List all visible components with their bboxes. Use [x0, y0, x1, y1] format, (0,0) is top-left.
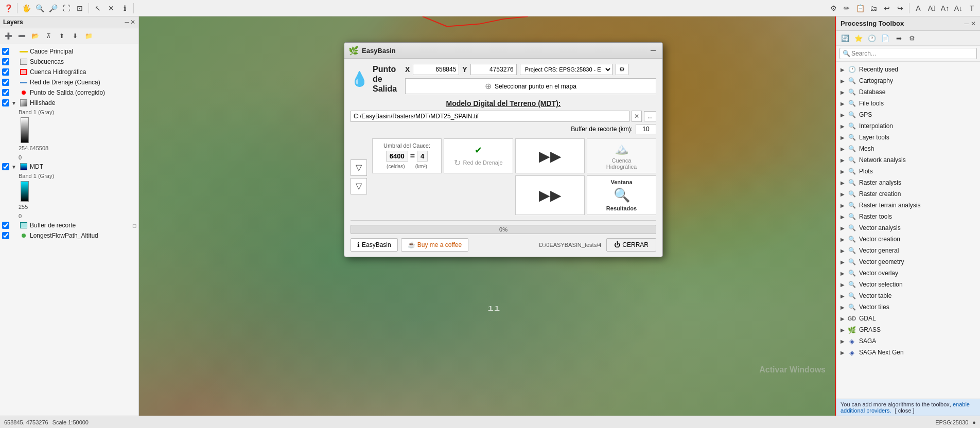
- layers-close-icon[interactable]: ✕: [130, 19, 135, 26]
- toolbox-item-network-analysis[interactable]: ▶ 🔍 Network analysis: [836, 154, 980, 166]
- easybasin-footer-btn[interactable]: ℹ EasyBasin: [351, 238, 398, 252]
- toolbox-close-icon[interactable]: ✕: [971, 20, 976, 27]
- toolbox-bottom-close[interactable]: [ close ]: [895, 407, 915, 414]
- toolbox-item-vector-overlay[interactable]: ▶ 🔍 Vector overlay: [836, 268, 980, 279]
- layer-item-subcuencas[interactable]: Subcuencas: [0, 57, 138, 67]
- layer-expand-hillshade[interactable]: ▼: [11, 100, 18, 106]
- toolbox-item-raster-tools[interactable]: ▶ 🔍 Raster tools: [836, 211, 980, 222]
- layer-move-up[interactable]: ⬆: [56, 30, 68, 42]
- open-layer-btn[interactable]: 📂: [29, 30, 41, 42]
- run-btn-1[interactable]: ▶▶: [539, 148, 562, 165]
- toolbox-minimize-icon[interactable]: ─: [964, 20, 969, 27]
- x-input[interactable]: [413, 64, 459, 75]
- toolbox-item-recently-used[interactable]: ▶ 🕐 Recently used: [836, 64, 980, 75]
- toolbox-item-vector-creation[interactable]: ▶ 🔍 Vector creation: [836, 234, 980, 245]
- layer-item-cuenca[interactable]: Cuenca Hidrográfica: [0, 67, 138, 77]
- layer-filter-btn[interactable]: ⊼: [42, 30, 55, 42]
- buffer-collapse-icon[interactable]: ◻: [132, 223, 136, 228]
- cerrar-btn[interactable]: ⏻ CERRAR: [606, 238, 656, 252]
- toolbox-item-vector-general[interactable]: ▶ 🔍 Vector general: [836, 245, 980, 256]
- layer-expand-mdt[interactable]: ▼: [11, 164, 18, 170]
- zoom-out-tool[interactable]: 🔎: [47, 2, 59, 14]
- toolbox-tb-arrow[interactable]: ➡: [893, 32, 904, 44]
- pan-tool[interactable]: 🖐️: [20, 2, 32, 14]
- dialog-titlebar[interactable]: 🌿 EasyBasin ─: [344, 43, 662, 59]
- coffee-btn[interactable]: ☕ Buy me a coffee: [401, 238, 469, 252]
- layer-checkbox-hillshade[interactable]: [2, 99, 9, 106]
- layer-checkbox-buffer[interactable]: [2, 222, 9, 229]
- layer-item-punto[interactable]: Punto de Salida (corregido): [0, 87, 138, 98]
- toolbox-item-mesh[interactable]: ▶ 🔍 Mesh: [836, 143, 980, 154]
- label-tool-3[interactable]: A↑: [939, 2, 951, 14]
- toolbox-item-vector-table[interactable]: ▶ 🔍 Vector table: [836, 290, 980, 301]
- arrow-btn-down[interactable]: ▽: [351, 178, 367, 194]
- layer-item-cauce-principal[interactable]: Cauce Principal: [0, 46, 138, 57]
- digitize-tool-1[interactable]: ⚙: [827, 2, 839, 14]
- layers-minimize-icon[interactable]: ─: [125, 19, 129, 26]
- toolbox-item-raster-terrain[interactable]: ▶ 🔍 Raster terrain analysis: [836, 200, 980, 211]
- layer-item-lfp[interactable]: LongestFlowPath_Altitud: [0, 230, 138, 241]
- select-feature-tool[interactable]: ↖: [92, 2, 104, 14]
- layer-item-buffer[interactable]: Buffer de recorte ◻: [0, 220, 138, 230]
- toolbox-tb-refresh[interactable]: 🔄: [839, 32, 851, 44]
- layer-item-mdt[interactable]: ▼ MDT: [0, 162, 138, 172]
- digitize-tool-6[interactable]: ↪: [894, 2, 906, 14]
- layer-checkbox-cuenca[interactable]: [2, 68, 9, 76]
- red-drenaje-panel[interactable]: ✔ ↻ Red de Drenaje: [444, 138, 513, 173]
- label-tool-1[interactable]: A: [912, 2, 924, 14]
- zoom-in-tool[interactable]: 🔍: [33, 2, 46, 14]
- toolbox-item-saga-next[interactable]: ▶ ◈ SAGA Next Gen: [836, 347, 980, 358]
- toolbox-item-raster-analysis[interactable]: ▶ 🔍 Raster analysis: [836, 177, 980, 188]
- deselect-tool[interactable]: ✕: [105, 2, 117, 14]
- toolbox-item-raster-creation[interactable]: ▶ 🔍 Raster creation: [836, 188, 980, 200]
- mdt-path-input[interactable]: [351, 111, 629, 122]
- crs-settings-btn[interactable]: ⚙: [616, 64, 628, 75]
- layer-item-hillshade[interactable]: ▼ Hillshade: [0, 98, 138, 108]
- digitize-tool-5[interactable]: ↩: [881, 2, 893, 14]
- toolbox-item-gps[interactable]: ▶ 🔍 GPS: [836, 109, 980, 120]
- toolbox-tb-settings[interactable]: ⚙: [906, 32, 918, 44]
- map-area[interactable]: 11 8 Activar Windows 🌿 EasyBasin ─: [139, 16, 836, 416]
- toolbox-item-vector-analysis[interactable]: ▶ 🔍 Vector analysis: [836, 222, 980, 234]
- toolbox-tb-star[interactable]: ⭐: [853, 32, 864, 44]
- crs-select[interactable]: Project CRS: EPSG:25830 - E: [520, 64, 612, 75]
- toolbox-item-database[interactable]: ▶ 🔍 Database: [836, 86, 980, 98]
- toolbox-search-input[interactable]: [839, 48, 977, 59]
- digitize-tool-4[interactable]: 🗂: [867, 2, 880, 14]
- cuenca-panel[interactable]: 🏔️ CuencaHidrográfica: [587, 138, 656, 173]
- layer-checkbox-mdt[interactable]: [2, 163, 9, 170]
- label-tool-2[interactable]: A⃞: [925, 2, 938, 14]
- layer-checkbox-punto[interactable]: [2, 89, 9, 96]
- add-layer-btn[interactable]: ➕: [2, 30, 14, 42]
- digitize-tool-3[interactable]: 📋: [854, 2, 866, 14]
- run-btn-2-panel[interactable]: ▶▶: [515, 175, 585, 215]
- dialog-minimize-btn[interactable]: ─: [648, 45, 658, 56]
- mdt-browse-btn[interactable]: ...: [644, 111, 656, 121]
- toolbox-tb-clock[interactable]: 🕐: [866, 32, 878, 44]
- toolbox-tb-doc[interactable]: 📄: [880, 32, 891, 44]
- toolbox-item-vector-tiles[interactable]: ▶ 🔍 Vector tiles: [836, 301, 980, 313]
- toolbox-item-plots[interactable]: ▶ 🔍 Plots: [836, 166, 980, 177]
- label-tool-5[interactable]: T: [966, 2, 978, 14]
- select-point-btn[interactable]: ⊕ Seleccionar punto en el mapa: [405, 78, 656, 94]
- toolbox-item-interpolation[interactable]: ▶ 🔍 Interpolation: [836, 120, 980, 132]
- toolbox-item-cartography[interactable]: ▶ 🔍 Cartography: [836, 75, 980, 86]
- label-tool-4[interactable]: A↓: [952, 2, 965, 14]
- zoom-layer-tool[interactable]: ⊡: [74, 2, 86, 14]
- buffer-input[interactable]: [636, 124, 656, 134]
- toolbox-item-vector-selection[interactable]: ▶ 🔍 Vector selection: [836, 279, 980, 290]
- toolbox-item-grass[interactable]: ▶ 🌿 GRASS: [836, 324, 980, 335]
- zoom-full-tool[interactable]: ⛶: [60, 2, 73, 14]
- layer-checkbox-cauce[interactable]: [2, 48, 9, 55]
- arrow-btn-up[interactable]: ▽: [351, 159, 367, 176]
- toolbox-item-vector-geometry[interactable]: ▶ 🔍 Vector geometry: [836, 256, 980, 268]
- mdt-clear-btn[interactable]: ✕: [632, 111, 642, 122]
- toolbox-item-gdal[interactable]: ▶ GD GDAL: [836, 313, 980, 324]
- digitize-tool-2[interactable]: ✏: [841, 2, 853, 14]
- run-btn-2[interactable]: ▶▶: [539, 187, 562, 204]
- layer-checkbox-subcuencas[interactable]: [2, 58, 9, 65]
- layer-group-btn[interactable]: 📁: [82, 30, 95, 42]
- run-btn-1-panel[interactable]: ▶▶: [515, 138, 585, 173]
- layer-item-red-drenaje[interactable]: Red de Drenaje (Cuenca): [0, 77, 138, 87]
- layer-checkbox-red[interactable]: [2, 79, 9, 86]
